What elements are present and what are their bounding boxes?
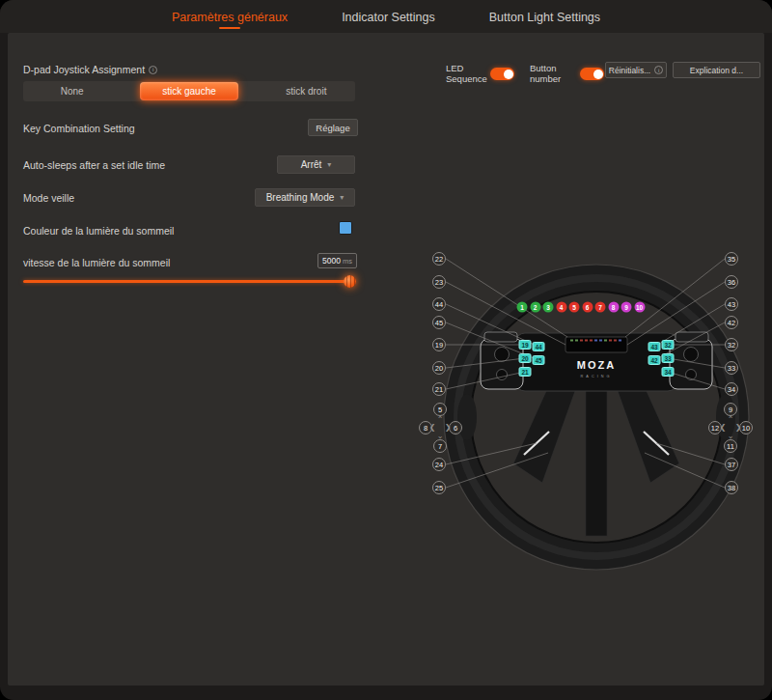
left-button-pod: [481, 339, 523, 389]
dpad-assignment-label: D-pad Joystick Assignment: [23, 64, 145, 75]
led-dot: 3: [543, 302, 554, 313]
auto-sleep-label: Auto-sleeps after a set idle time: [23, 159, 165, 171]
sleep-mode-value: Breathing Mode: [266, 192, 335, 203]
callout-35: 35: [725, 252, 738, 266]
chevron-down-icon: ⌄: [437, 433, 444, 440]
led-dot: 5: [569, 302, 580, 313]
left-dial: [497, 370, 508, 380]
callout-dpad-down: 11: [724, 439, 737, 453]
top-tab-bar: Paramètres généraux Indicator Settings B…: [0, 0, 772, 33]
sleep-mode-dropdown[interactable]: Breathing Mode ▾: [255, 188, 355, 207]
auto-sleep-dropdown[interactable]: Arrêt ▾: [277, 155, 355, 174]
right-joystick: [684, 348, 699, 362]
led-dot: 8: [608, 302, 619, 313]
steering-wheel-graphic: MOZA RACING: [425, 246, 762, 584]
reset-button-label: Réinitialis...: [609, 66, 650, 75]
app-window: Paramètres généraux Indicator Settings B…: [0, 0, 772, 700]
wheel-logo-sub: RACING: [581, 375, 613, 378]
left-grip: [457, 394, 477, 440]
led-dot: 9: [621, 302, 632, 313]
explanation-button-label: Explication d...: [690, 66, 743, 75]
sleep-speed-unit: ms: [343, 257, 352, 266]
callout-34: 34: [725, 382, 738, 396]
toggle-knob: [504, 70, 513, 79]
sleep-speed-slider[interactable]: [23, 275, 355, 289]
left-joystick: [495, 348, 510, 362]
led-sequence-label-line1: LED: [446, 63, 487, 73]
led-dot: 4: [556, 302, 566, 313]
sleep-speed-value-box[interactable]: 5000 ms: [317, 253, 357, 268]
callout-37: 37: [725, 458, 738, 471]
callout-42: 42: [725, 316, 738, 329]
callout-dpad-down: 7: [433, 439, 447, 453]
callout-20: 20: [432, 361, 446, 375]
steering-wheel-diagram: MOZA RACING: [425, 246, 762, 584]
slider-thumb[interactable]: [344, 275, 356, 288]
dpad-segmented-control: None stick gauche stick droit: [23, 81, 355, 101]
key-combination-settings-button[interactable]: Réglage: [308, 119, 358, 136]
sleep-mode-label: Mode veille: [23, 192, 74, 204]
callout-32: 32: [725, 338, 738, 351]
chevron-left-icon: ❮: [720, 424, 727, 432]
wheel-button-chip: 42: [648, 355, 661, 365]
right-button-pod: [670, 339, 712, 389]
led-dot: 10: [634, 302, 645, 313]
chevron-right-icon: ❯: [445, 424, 452, 432]
tab-label: Indicator Settings: [342, 11, 435, 24]
wheel-button-chip: 33: [662, 353, 675, 363]
chevron-down-icon: ▾: [327, 161, 331, 169]
right-dial: [686, 370, 697, 380]
chevron-up-icon: ⌃: [728, 416, 734, 424]
info-icon: i: [149, 66, 157, 74]
sleep-speed-value: 5000: [322, 256, 341, 266]
tab-underline: [534, 27, 555, 30]
center-spoke: [586, 391, 607, 536]
button-number-toggle[interactable]: [580, 68, 604, 80]
chevron-up-icon: ⌃: [437, 416, 444, 424]
reset-button[interactable]: Réinitialis... i: [605, 62, 667, 78]
console-mini-led-strip: [570, 340, 621, 342]
dpad-option-none[interactable]: None: [23, 81, 121, 101]
dpad-option-left-stick[interactable]: stick gauche: [140, 82, 237, 100]
toggle-knob: [593, 70, 603, 79]
callout-24: 24: [432, 458, 446, 471]
callout-19: 19: [432, 338, 446, 351]
tab-button-light-settings[interactable]: Button Light Settings: [489, 11, 600, 30]
wheel-button-chip: 20: [519, 353, 532, 363]
sleep-speed-label: vitesse de la lumière du sommeil: [23, 257, 170, 268]
dpad-assignment-row: D-pad Joystick Assignment i: [23, 64, 157, 75]
led-sequence-toggle[interactable]: [490, 68, 514, 80]
chevron-down-icon: ⌄: [728, 433, 734, 440]
active-tab-underline: [219, 27, 240, 30]
sleep-color-swatch[interactable]: [339, 221, 352, 235]
tab-general-settings[interactable]: Paramètres généraux: [172, 11, 288, 30]
key-combination-label: Key Combination Setting: [23, 123, 135, 134]
callout-43: 43: [725, 297, 738, 311]
wheel-button-chip: 32: [662, 340, 675, 350]
button-number-label-line2: number: [530, 73, 561, 84]
led-dot: 2: [530, 302, 540, 313]
tab-label: Button Light Settings: [489, 11, 600, 24]
wheel-button-chip: 19: [519, 340, 532, 350]
wheel-button-chip: 43: [648, 342, 661, 351]
led-dot: 6: [582, 302, 593, 313]
sleep-color-label: Couleur de la lumière du sommeil: [23, 225, 174, 237]
wheel-button-chip: 34: [662, 367, 675, 377]
wheel-logo: MOZA: [577, 359, 616, 371]
callout-25: 25: [432, 481, 446, 494]
callout-23: 23: [432, 275, 446, 289]
chevron-left-icon: ❮: [429, 424, 436, 432]
callout-36: 36: [725, 275, 738, 289]
callout-21: 21: [432, 382, 446, 396]
console-display: [565, 337, 627, 352]
chevron-right-icon: ❯: [735, 424, 742, 432]
chevron-down-icon: ▾: [340, 194, 344, 202]
tab-indicator-settings[interactable]: Indicator Settings: [342, 11, 435, 30]
callout-44: 44: [432, 297, 446, 311]
button-number-label-line1: Button: [530, 63, 561, 73]
dpad-option-right-stick[interactable]: stick droit: [258, 81, 355, 101]
info-icon: i: [654, 66, 663, 74]
callout-38: 38: [725, 481, 738, 494]
led-dot: 7: [595, 302, 606, 313]
explanation-button[interactable]: Explication d...: [673, 62, 760, 78]
